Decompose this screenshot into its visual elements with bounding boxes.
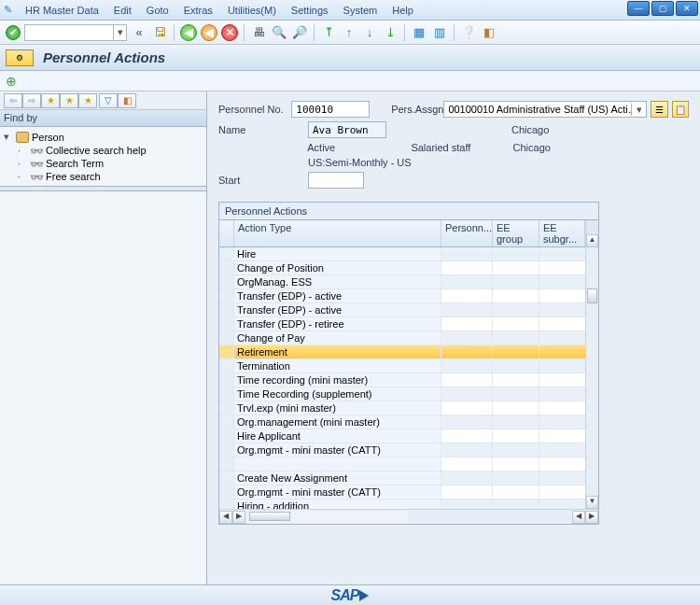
cell-personnel[interactable] bbox=[441, 415, 493, 429]
cell-personnel[interactable] bbox=[441, 317, 493, 331]
cell-ee-group[interactable] bbox=[493, 415, 539, 429]
cell-ee-group[interactable] bbox=[493, 317, 539, 331]
assign-list-button[interactable]: 📋 bbox=[672, 101, 689, 118]
menu-utilities[interactable]: Utilities(M) bbox=[220, 5, 284, 16]
cell-personnel[interactable] bbox=[441, 345, 493, 359]
tree-item-free-search[interactable]: · 👓 Free search bbox=[4, 170, 203, 183]
scroll-right2-icon[interactable]: ▶ bbox=[585, 511, 598, 524]
save-icon[interactable]: 🖫 bbox=[151, 24, 168, 41]
window-minimize-button[interactable]: — bbox=[627, 1, 650, 16]
menu-goto[interactable]: Goto bbox=[139, 5, 176, 16]
table-row[interactable]: Trvl.exp (mini master) bbox=[219, 401, 598, 415]
row-selector[interactable] bbox=[219, 359, 234, 373]
collapse-icon[interactable]: ▾ bbox=[4, 131, 13, 143]
cell-personnel[interactable] bbox=[441, 443, 493, 457]
grid-col-personnel[interactable]: Personn... bbox=[441, 220, 493, 246]
tree-root-person[interactable]: ▾ Person bbox=[4, 130, 203, 144]
first-page-icon[interactable]: ⤒ bbox=[320, 24, 337, 41]
help-icon[interactable]: ❔ bbox=[460, 24, 477, 41]
find-icon[interactable]: 🔍 bbox=[271, 24, 287, 41]
table-row[interactable]: Hiring - addition bbox=[219, 499, 598, 509]
table-row[interactable]: Time Recording (supplement) bbox=[219, 387, 598, 401]
row-selector[interactable] bbox=[219, 443, 234, 457]
cell-personnel[interactable] bbox=[441, 331, 493, 345]
cell-personnel[interactable] bbox=[441, 457, 493, 471]
row-selector[interactable] bbox=[219, 373, 234, 387]
scroll-right-icon[interactable]: ▶ bbox=[232, 511, 245, 524]
cell-personnel[interactable] bbox=[441, 373, 493, 387]
command-dropdown-icon[interactable]: ▾ bbox=[113, 25, 126, 40]
cell-personnel[interactable] bbox=[441, 359, 493, 373]
cell-personnel[interactable] bbox=[441, 471, 493, 485]
fav-list-icon[interactable]: ★ bbox=[78, 93, 97, 108]
row-selector[interactable] bbox=[219, 261, 234, 274]
table-row[interactable]: Hire bbox=[219, 247, 598, 261]
table-row[interactable]: Change of Pay bbox=[219, 331, 598, 345]
cell-personnel[interactable] bbox=[441, 289, 493, 302]
tree-item-collective-search[interactable]: · 👓 Collective search help bbox=[4, 144, 203, 157]
cell-personnel[interactable] bbox=[441, 303, 493, 317]
cell-ee-group[interactable] bbox=[493, 261, 539, 274]
next-page-icon[interactable]: ↓ bbox=[361, 24, 378, 41]
hscroll-thumb[interactable] bbox=[249, 512, 290, 521]
row-selector[interactable] bbox=[219, 387, 234, 401]
cell-personnel[interactable] bbox=[441, 387, 493, 401]
cell-personnel[interactable] bbox=[441, 401, 493, 415]
scroll-thumb[interactable] bbox=[587, 288, 597, 303]
table-row[interactable]: Transfer (EDP) - active bbox=[219, 303, 598, 317]
row-selector[interactable] bbox=[219, 471, 234, 485]
window-maximize-button[interactable]: ▢ bbox=[651, 1, 674, 16]
cell-ee-group[interactable] bbox=[493, 373, 539, 387]
grid-select-col[interactable] bbox=[219, 220, 234, 246]
cell-ee-group[interactable] bbox=[493, 471, 539, 485]
scroll-left-icon[interactable]: ◀ bbox=[219, 511, 232, 524]
toggle-icon[interactable]: ◧ bbox=[118, 93, 136, 108]
cell-ee-group[interactable] bbox=[493, 303, 539, 317]
row-selector[interactable] bbox=[219, 275, 234, 288]
cell-personnel[interactable] bbox=[441, 485, 493, 499]
cell-ee-group[interactable] bbox=[493, 289, 539, 302]
persassgn-combo[interactable]: 00100010 Administrative Staff (US) Acti…… bbox=[443, 101, 647, 118]
new-session-icon[interactable]: ▦ bbox=[411, 24, 427, 41]
menu-extras[interactable]: Extras bbox=[176, 5, 220, 16]
filter-icon[interactable]: ▽ bbox=[99, 93, 118, 108]
table-row[interactable]: Termination bbox=[219, 359, 598, 373]
fav-add-icon[interactable]: ★ bbox=[41, 93, 60, 108]
cell-ee-group[interactable] bbox=[493, 443, 539, 457]
cell-ee-group[interactable] bbox=[493, 485, 539, 499]
table-row[interactable]: Hire Applicant bbox=[219, 429, 598, 443]
layout-icon[interactable]: ▥ bbox=[431, 24, 448, 41]
cell-ee-group[interactable] bbox=[493, 275, 539, 288]
cell-personnel[interactable] bbox=[441, 247, 493, 260]
row-selector[interactable] bbox=[219, 247, 234, 260]
table-row[interactable]: Transfer (EDP) - active bbox=[219, 289, 598, 303]
menu-edit[interactable]: Edit bbox=[106, 5, 139, 16]
window-close-button[interactable]: ✕ bbox=[676, 1, 698, 16]
table-row[interactable]: Org.mgmt - mini master (CATT) bbox=[219, 485, 598, 499]
cell-ee-group[interactable] bbox=[493, 387, 539, 401]
find-next-icon[interactable]: 🔎 bbox=[291, 24, 308, 41]
assign-detail-button[interactable]: ☰ bbox=[651, 101, 667, 118]
last-page-icon[interactable]: ⤓ bbox=[382, 24, 399, 41]
personnel-no-input[interactable] bbox=[291, 101, 370, 118]
execute-icon[interactable]: ⊕ bbox=[6, 74, 17, 89]
exit-button[interactable]: ◀ bbox=[201, 24, 217, 41]
table-row[interactable]: Transfer (EDP) - retiree bbox=[219, 317, 598, 331]
fav-icon[interactable]: ★ bbox=[60, 93, 78, 108]
nav-back-icon[interactable]: ⇦ bbox=[4, 93, 22, 108]
row-selector[interactable] bbox=[219, 345, 234, 359]
cell-ee-group[interactable] bbox=[493, 429, 539, 443]
scroll-down-icon[interactable]: ▼ bbox=[586, 496, 598, 509]
table-row[interactable]: Time recording (mini master) bbox=[219, 373, 598, 387]
nav-fwd-icon[interactable]: ⇨ bbox=[22, 93, 41, 108]
table-row[interactable]: OrgManag. ESS bbox=[219, 275, 598, 289]
horizontal-scrollbar[interactable]: ◀ ▶ ◀ ▶ bbox=[219, 509, 598, 524]
table-row[interactable]: Org.management (mini master) bbox=[219, 415, 598, 429]
table-row[interactable]: Retirement bbox=[219, 345, 598, 359]
cell-personnel[interactable] bbox=[441, 275, 493, 288]
command-field[interactable]: ▾ bbox=[24, 24, 127, 41]
row-selector[interactable] bbox=[219, 331, 234, 345]
row-selector[interactable] bbox=[219, 429, 234, 443]
vertical-scrollbar[interactable]: ▲ ▼ bbox=[585, 234, 598, 509]
row-selector[interactable] bbox=[219, 401, 234, 415]
